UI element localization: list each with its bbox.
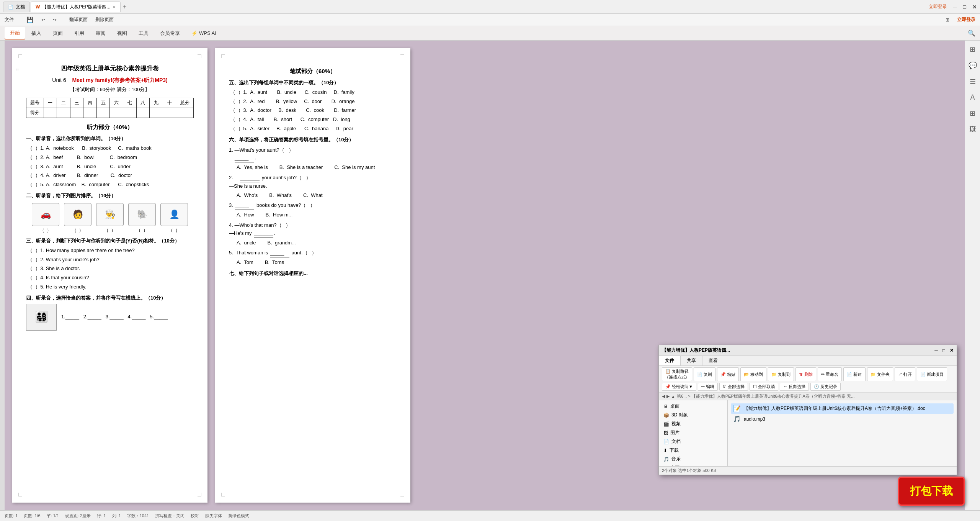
corner-bl [18, 493, 22, 496]
q6-2-options: A. Who's B. What's C. What [237, 192, 397, 200]
new-file-btn[interactable]: 📄 新建 [843, 367, 865, 381]
fm-sidebar-3d[interactable]: 📦 3D 对象 [659, 411, 727, 419]
deselect-all-btn[interactable]: ☐ 全部取消 [750, 383, 778, 391]
ribbon-tab-review[interactable]: 审阅 [90, 28, 111, 39]
sidebar-expand-icon[interactable]: ⊞ [968, 44, 977, 55]
music-icon: 🎵 [663, 457, 669, 462]
forward-nav[interactable]: ▶ [666, 394, 670, 399]
invert-select-btn[interactable]: ↔ 反向选择 [780, 383, 809, 391]
fm-tab-file[interactable]: 文件 [659, 356, 681, 365]
page-main-title: 四年级英语上册单元核心素养提升卷 [26, 64, 194, 74]
q3-3: （ ）3. She is a doctor. [26, 265, 194, 273]
fit-icon[interactable]: ⊞ [944, 16, 951, 23]
q6-3-text: 3. _____ books do you have?（ ） [229, 202, 397, 210]
copy-to-btn[interactable]: 📁 复制到 [768, 367, 794, 381]
fm-sidebar-documents[interactable]: 📄 文档 [659, 437, 727, 446]
fm-path: 第6... > 【能力增优】人教PEP版四年级上册英语Unit6核心素养提升A卷… [677, 393, 855, 399]
maximize-icon[interactable]: □ [963, 4, 966, 10]
new-item-btn[interactable]: 📄 新建项目 [917, 367, 947, 381]
fm-sidebar-desktop1[interactable]: 🖥 桌面 [659, 402, 727, 411]
close-window-icon[interactable]: ✕ [972, 4, 977, 10]
score-col-6: 六 [110, 98, 123, 108]
ribbon-tab-reference[interactable]: 引用 [69, 28, 90, 39]
ribbon-tab-ai[interactable]: ⚡WPS AI [186, 28, 222, 38]
status-bg[interactable]: 黄绿色模式 [228, 513, 249, 519]
add-tab-button[interactable]: + [123, 3, 126, 10]
translate-button[interactable]: 翻译页面 [68, 16, 89, 24]
select-all-btn[interactable]: ☑ 全部选择 [719, 383, 748, 391]
corner-tl-r [221, 54, 225, 58]
status-font[interactable]: 缺失字体 [205, 513, 222, 519]
img5: 👤 [160, 203, 188, 226]
opt-c: C. She is my aunt [334, 164, 375, 172]
fm-tab-view[interactable]: 查看 [702, 356, 724, 365]
paste-btn[interactable]: 📌 粘贴 [717, 367, 739, 381]
sidebar-nav-icon[interactable]: ☰ [968, 76, 977, 87]
save-button[interactable]: 💾 [25, 16, 35, 24]
page-subtitle: Unit 6 Meet my family!(有参考答案+听力MP3) [26, 76, 194, 84]
rename-btn[interactable]: ✏ 重命名 [818, 367, 842, 381]
ribbon-tab-page[interactable]: 页面 [47, 28, 68, 39]
fm-sidebar-music[interactable]: 🎵 音乐 [659, 455, 727, 464]
score-col-7: 七 [123, 98, 137, 108]
open-btn[interactable]: ↗ 打开 [895, 367, 915, 381]
delete-btn[interactable]: 🗑 删除 [795, 367, 816, 381]
back-nav[interactable]: ◀ [662, 394, 665, 399]
tab-documents[interactable]: 📄 文档 [3, 2, 30, 12]
sidebar-format-icon[interactable]: Ā [969, 92, 976, 103]
sidebar-img-icon[interactable]: 🖼 [968, 124, 978, 135]
ribbon-tab-tools[interactable]: 工具 [133, 28, 154, 39]
file-item-doc[interactable]: 📝 【能力增优】人教PEP版英语四年级上册Unit6核心素养提升A卷（含听力音频… [731, 403, 954, 414]
score-col-9: 九 [150, 98, 163, 108]
fm-sidebar-desktop2[interactable]: 🖥 桌面 [659, 464, 727, 466]
fm-sidebar-pictures[interactable]: 🖼 图片 [659, 428, 727, 437]
ribbon-tab-start[interactable]: 开始 [5, 27, 25, 39]
tab1-label: 文档 [16, 4, 25, 10]
delete-page-button[interactable]: 删除页面 [94, 16, 115, 24]
right-sidebar: ⊞ 💬 ☰ Ā ⊞ 🖼 [965, 41, 980, 510]
ribbon-tab-vip[interactable]: 会员专享 [155, 28, 185, 39]
score-col-4: 四 [83, 98, 97, 108]
pictures-icon: 🖼 [663, 430, 668, 436]
tab2-label: 【能力增优】人教PEP版英语四... [42, 4, 110, 10]
redo-button[interactable]: ↪ [51, 16, 58, 23]
fm-title: 【能力增优】人教PEP版英语四... [662, 347, 730, 354]
easy-access-btn[interactable]: 📌 经松访问▼ [662, 383, 696, 391]
move-to-btn[interactable]: 📂 移动到 [740, 367, 766, 381]
search-button[interactable]: 🔍 [968, 29, 975, 37]
edit-btn[interactable]: ✏ 编辑 [698, 383, 718, 391]
fm-minimize[interactable]: ─ [934, 348, 938, 353]
sidebar-table-icon[interactable]: ⊞ [968, 108, 977, 119]
ribbon-tab-view[interactable]: 视图 [112, 28, 132, 39]
download-button[interactable]: 打包下载 [898, 477, 965, 506]
minimize-icon[interactable]: ─ [953, 4, 957, 10]
up-nav[interactable]: ▲ [671, 394, 675, 399]
img2: 🧑 [64, 203, 91, 226]
copy-path-btn[interactable]: 📋 复制路径(连接方式) [662, 367, 692, 381]
fm-sidebar-video[interactable]: 🎬 视频 [659, 419, 727, 428]
doc-file-icon: 📝 [733, 405, 741, 412]
new-folder-btn[interactable]: 📁 文件夹 [867, 367, 893, 381]
share-button[interactable]: 立即登录 [956, 16, 977, 24]
q5-5: （ ）5. A. sister B. apple C. banana D. pe… [229, 125, 397, 133]
copy-btn[interactable]: 📄 复制 [694, 367, 715, 381]
fm-tab-share[interactable]: 共享 [681, 356, 702, 365]
undo-button[interactable]: ↩ [40, 16, 47, 23]
fm-maximize[interactable]: □ [942, 348, 945, 353]
ribbon-tab-insert[interactable]: 插入 [26, 28, 47, 39]
history-btn[interactable]: 🕐 历史记录 [810, 383, 841, 391]
documents-icon: 📄 [663, 439, 669, 444]
register-button[interactable]: 立即登录 [929, 3, 947, 10]
status-check[interactable]: 校对 [191, 513, 199, 519]
file-item-mp3[interactable]: 🎵 audio.mp3 [731, 414, 954, 424]
fm-close[interactable]: ✕ [950, 348, 954, 353]
file-menu[interactable]: 文件 [3, 16, 15, 24]
q6-1-blank: —_____. [229, 154, 397, 162]
fm-path-bar: ◀ ▶ ▲ 第6... > 【能力增优】人教PEP版四年级上册英语Unit6核心… [659, 393, 957, 400]
fm-sidebar-downloads[interactable]: ⬇ 下载 [659, 446, 727, 455]
tab-current-file[interactable]: W 【能力增优】人教PEP版英语四... ✕ [31, 2, 121, 12]
close-tab-icon[interactable]: ✕ [113, 5, 116, 9]
sidebar-comment-icon[interactable]: 💬 [967, 60, 978, 71]
opt-a3: A. How [237, 211, 254, 219]
exam-time: 【考试时间：60分钟 满分：100分】 [26, 86, 194, 94]
